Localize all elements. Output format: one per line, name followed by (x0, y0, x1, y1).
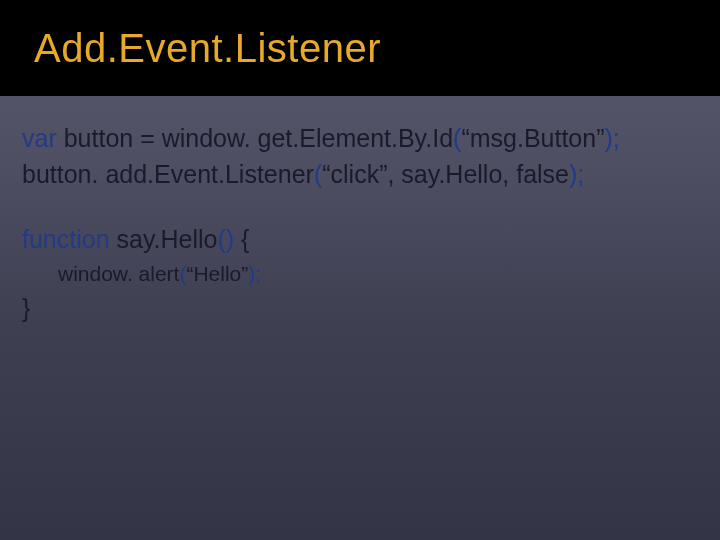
spacer (22, 193, 698, 221)
string-literal: “Hello” (186, 262, 248, 285)
string-literal: “msg.Button” (461, 124, 604, 152)
brace-open: { (234, 225, 249, 253)
slide: Add.Event.Listener var button = window. … (0, 0, 720, 540)
code-block: var button = window. get.Element.By.Id(“… (0, 96, 720, 327)
slide-title: Add.Event.Listener (34, 26, 381, 71)
code-line-1: var button = window. get.Element.By.Id(“… (22, 120, 698, 156)
code-text: button. add.Event.Listener (22, 160, 314, 188)
brace-close: } (22, 294, 30, 322)
keyword-function: function (22, 225, 110, 253)
code-line-5: } (22, 290, 698, 326)
paren-open: ( (217, 225, 225, 253)
code-text: window. alert (58, 262, 179, 285)
code-line-3: function say.Hello() { (22, 221, 698, 257)
paren-close: ); (569, 160, 584, 188)
keyword-var: var (22, 124, 57, 152)
paren-open: ( (314, 160, 322, 188)
function-name: say.Hello (110, 225, 218, 253)
code-text: button = window. get.Element.By.Id (57, 124, 453, 152)
code-line-2: button. add.Event.Listener(“click”, say.… (22, 156, 698, 192)
paren-close: ); (604, 124, 619, 152)
paren-close: ) (226, 225, 234, 253)
code-line-4: window. alert(“Hello”); (22, 257, 698, 291)
slide-header: Add.Event.Listener (0, 0, 720, 96)
args: “click”, say.Hello, false (322, 160, 569, 188)
paren-close: ); (248, 262, 261, 285)
